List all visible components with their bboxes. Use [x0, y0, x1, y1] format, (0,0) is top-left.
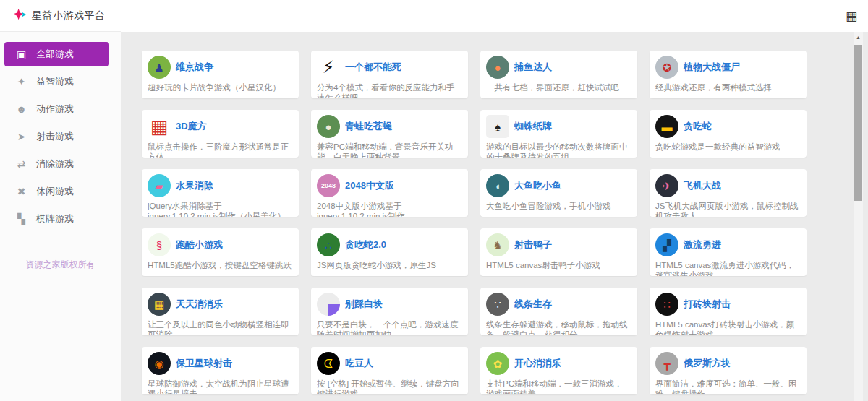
game-title-link[interactable]: 天天消消乐: [176, 298, 223, 311]
game-card[interactable]: ● 青蛙吃苍蝇 兼容PC端和移动端，背景音乐开关功能，白天晚上两种背景: [311, 110, 468, 158]
game-title-link[interactable]: 射击鸭子: [514, 238, 552, 251]
game-card[interactable]: ┳ 俄罗斯方块 界面简洁，难度可选：简单、一般、困难，键盘操作: [650, 347, 807, 394]
crossed-jets-icon: ✖: [15, 186, 27, 197]
planet-defense-icon: ◉: [148, 352, 171, 375]
game-card-grid: ♟ 维京战争 超好玩的卡片战争游戏（小星汉化） ⚡ 一个都不能死 分为4个模式，…: [142, 51, 807, 394]
sidebar-item-shooting-games[interactable]: ➤ 射击游戏: [4, 124, 109, 149]
game-title-link[interactable]: 维京战争: [176, 61, 213, 74]
game-card[interactable]: 别踩白块 只要不是白块，一个个点吧，游戏速度随着时间增加而加快: [311, 288, 468, 335]
game-card[interactable]: ▦ 3D魔方 鼠标点击操作，三阶魔方形状通常是正方体: [142, 110, 299, 158]
copyright-text: 资源之家版权所有: [0, 259, 121, 271]
app-logo[interactable]: 星益小游戏平台: [0, 0, 121, 32]
game-title-link[interactable]: 打砖块射击: [684, 298, 731, 311]
game-card[interactable]: ∴ 贪吃蛇2.0 JS网页版贪吃蛇小游戏，原生JS: [311, 228, 468, 276]
sidebar-item-puzzle-games[interactable]: ✦ 益智游戏: [4, 69, 109, 94]
fish-pond-icon: ●: [486, 56, 509, 79]
game-description: 分为4个模式，看看你的反应能力和手速怎么样吧: [317, 82, 461, 98]
game-title-link[interactable]: 俄罗斯方块: [684, 357, 731, 370]
game-card[interactable]: ✈ 飞机大战 JS飞机大战网页版小游戏，鼠标控制战机攻击敌人: [650, 169, 807, 217]
game-card[interactable]: ▰ 水果消除 jQuery水果消除基于jquery.1.10.2.min.js制…: [142, 169, 299, 217]
game-card[interactable]: ♠ 蜘蛛纸牌 游戏的目标以最少的移动次数将牌面中的十叠牌及待发的五组: [480, 110, 637, 158]
game-card[interactable]: ◉ 保卫星球射击 星球防御游戏，太空战机为阻止星球遭遇小行星撞击: [142, 347, 299, 394]
game-title-link[interactable]: 保卫星球射击: [176, 357, 232, 370]
sidebar-item-casual-games[interactable]: ✖ 休闲游戏: [4, 179, 109, 204]
game-card[interactable]: ▞ 激流勇进 HTML5 canvas激流勇进小游戏代码，迷宫逃生小游戏: [650, 228, 807, 276]
game-title-link[interactable]: 大鱼吃小鱼: [514, 179, 561, 192]
game-title-link[interactable]: 一个都不能死: [345, 61, 401, 74]
game-card[interactable]: ✪ 植物大战僵尸 经典游戏还原，有两种模式选择: [650, 51, 807, 98]
game-title-link[interactable]: 飞机大战: [684, 179, 721, 192]
game-description: 2048中文版小游戏基于jquery.1.10.2.min.js制作: [317, 201, 461, 217]
game-card[interactable]: ⚡ 一个都不能死 分为4个模式，看看你的反应能力和手速怎么样吧: [311, 51, 468, 98]
game-card[interactable]: ∷ 打砖块射击 HTML5 canvas打砖块射击小游戏，颜色爆炸射击游戏: [650, 288, 807, 335]
game-description: 一共有七档，界面还原，赶快试试吧: [486, 82, 630, 92]
game-title-link[interactable]: 贪吃蛇2.0: [345, 238, 386, 251]
game-card[interactable]: ♟ 维京战争 超好玩的卡片战争游戏（小星汉化）: [142, 51, 299, 98]
category-list: ▣ 全部游戏 ✦ 益智游戏 ☻ 动作游戏 ➤ 射击游戏 ⇄ 消除游戏 ✖ 休闲游…: [0, 32, 121, 234]
frog-icon: ●: [317, 115, 340, 138]
game-title-link[interactable]: 蜘蛛纸牌: [514, 120, 552, 133]
flying-duck-icon: ♞: [486, 233, 509, 256]
game-title-link[interactable]: 植物大战僵尸: [684, 61, 740, 74]
sidebar-item-elimination-games[interactable]: ⇄ 消除游戏: [4, 152, 109, 176]
happy-match-icon: ✿: [486, 352, 509, 375]
game-title-link[interactable]: 贪吃蛇: [684, 120, 712, 133]
game-title-link[interactable]: 别踩白块: [345, 298, 383, 311]
scrollbar-thumb[interactable]: [854, 45, 862, 201]
game-card[interactable]: ∵ 线条生存 线条生存躲避游戏，移动鼠标，拖动线条，躲避白点，获得积分: [480, 288, 637, 335]
popcap-logo-icon: ✪: [655, 56, 678, 79]
game-title-link[interactable]: 跑酷小游戏: [176, 238, 223, 251]
game-title-link[interactable]: 线条生存: [514, 298, 552, 311]
game-card[interactable]: ▦ 天天消消乐 让三个及以上的同色小动物横竖相连即可消除: [142, 288, 299, 335]
top-header: 星益小游戏平台 ▦: [0, 0, 868, 32]
game-title-link[interactable]: 吃豆人: [345, 357, 373, 370]
game-description: 只要不是白块，一个个点吧，游戏速度随着时间增加而加快: [317, 319, 461, 335]
game-title-link[interactable]: 捕鱼达人: [514, 61, 552, 74]
twitch-bubble-icon: ▣: [15, 49, 27, 59]
game-title-link[interactable]: 3D魔方: [176, 120, 207, 133]
game-description: jQuery水果消除基于jquery.1.10.2.min.js制作（小星美化）: [148, 201, 292, 217]
game-card[interactable]: 2048 2048中文版 2048中文版小游戏基于jquery.1.10.2.m…: [311, 169, 468, 217]
popsicle-icon: ▰: [148, 174, 171, 197]
game-card[interactable]: ◖ 大鱼吃小鱼 大鱼吃小鱼冒险游戏，手机小游戏: [480, 169, 637, 217]
sidebar-item-board-card-games[interactable]: ▚ 棋牌游戏: [4, 207, 109, 231]
snake-2-icon: ∴: [317, 233, 340, 256]
game-title-link[interactable]: 水果消除: [176, 179, 213, 192]
sync-arrows-icon: ⇄: [15, 159, 27, 169]
graduation-cap-icon: ✦: [15, 77, 27, 87]
game-card[interactable]: ᗧ 吃豆人 按 [空格] 开始或暂停、继续，键盘方向键进行游戏: [311, 347, 468, 394]
apps-grid-icon[interactable]: ▦: [846, 10, 857, 22]
sidebar-item-all-games[interactable]: ▣ 全部游戏: [4, 42, 109, 66]
game-description: 界面简洁，难度可选：简单、一般、困难，键盘操作: [655, 379, 799, 394]
game-description: HTML5跑酷小游戏，按键盘空格键跳跃: [148, 260, 292, 270]
vertical-scrollbar[interactable]: ▲: [854, 32, 863, 401]
game-description: HTML5 canvas激流勇进小游戏代码，迷宫逃生小游戏: [655, 260, 799, 276]
game-card[interactable]: ✿ 开心消消乐 支持PC端和移动端，一款三消游戏，游戏画面精美: [480, 347, 637, 394]
game-title-link[interactable]: 2048中文版: [345, 179, 394, 192]
rocket-icon: ➤: [15, 131, 27, 142]
sidebar-divider: [0, 249, 121, 249]
game-description: 按 [空格] 开始或暂停、继续，键盘方向键进行游戏: [317, 379, 461, 394]
game-description: 经典游戏还原，有两种模式选择: [655, 82, 799, 92]
game-card[interactable]: § 跑酷小游戏 HTML5跑酷小游戏，按键盘空格键跳跃: [142, 228, 299, 276]
game-card[interactable]: ● 捕鱼达人 一共有七档，界面还原，赶快试试吧: [480, 51, 637, 98]
game-title-link[interactable]: 青蛙吃苍蝇: [345, 120, 392, 133]
game-description: 贪吃蛇游戏是一款经典的益智游戏: [655, 142, 799, 152]
game-description: HTML5 canvas打砖块射击小游戏，颜色爆炸射击游戏: [655, 319, 799, 335]
pacman-icon: ᗧ: [317, 352, 340, 375]
sidebar-item-action-games[interactable]: ☻ 动作游戏: [4, 97, 109, 121]
game-description: 支持PC端和移动端，一款三消游戏，游戏画面精美: [486, 379, 630, 394]
water-stairs-icon: ▞: [655, 233, 678, 256]
game-description: 兼容PC端和移动端，背景音乐开关功能，白天晚上两种背景: [317, 142, 461, 158]
game-card[interactable]: ▬ 贪吃蛇 贪吃蛇游戏是一款经典的益智游戏: [650, 110, 807, 158]
game-card[interactable]: ♞ 射击鸭子 HTML5 canvas射击鸭子小游戏: [480, 228, 637, 276]
game-title-link[interactable]: 激流勇进: [684, 238, 721, 251]
game-title-link[interactable]: 开心消消乐: [514, 357, 561, 370]
fighter-plane-icon: ✈: [655, 174, 678, 197]
scroll-up-arrow-icon[interactable]: ▲: [854, 32, 863, 42]
game-description: HTML5 canvas射击鸭子小游戏: [486, 260, 630, 270]
piano-tiles-icon: [317, 293, 340, 316]
viking-helmet-icon: ♟: [148, 56, 171, 79]
game-description: JS飞机大战网页版小游戏，鼠标控制战机攻击敌人: [655, 201, 799, 217]
big-fish-icon: ◖: [486, 174, 509, 197]
